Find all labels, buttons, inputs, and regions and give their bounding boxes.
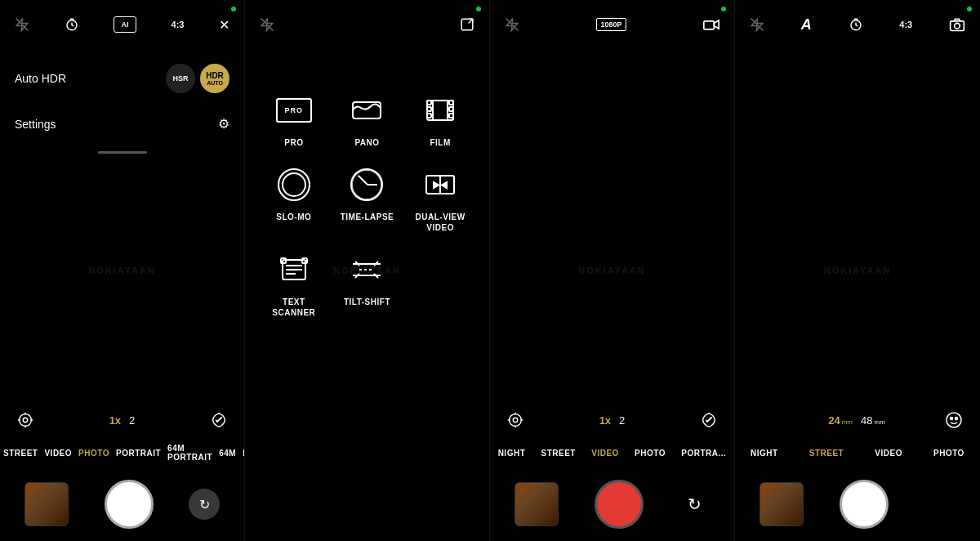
more-item-textscanner[interactable]: TEXTSCANNER <box>261 249 327 318</box>
mode-street-4[interactable]: STREET <box>806 449 847 458</box>
mode-portrait[interactable]: PORTRAIT <box>113 449 164 458</box>
thumbnail-4[interactable] <box>760 482 804 526</box>
panel-more: PRO PRO PANO <box>245 0 490 541</box>
mode-photo-4[interactable]: PHOTO <box>930 449 968 458</box>
more-item-slomo[interactable]: SLO-MO <box>261 164 327 233</box>
mode-64m[interactable]: 64M <box>216 449 239 458</box>
more-item-dualview[interactable]: DUAL-VIEWVIDEO <box>408 164 473 233</box>
settings-icon[interactable]: ⚙ <box>218 116 229 132</box>
panel-street: A 4:3 NOKIAYAAN 24 mm <box>735 0 980 541</box>
svg-point-52 <box>956 418 958 420</box>
ratio-icon[interactable]: 4:3 <box>172 20 185 29</box>
shutter-btn-3[interactable] <box>595 480 644 529</box>
export-icon[interactable] <box>460 17 474 32</box>
pano-label: PANO <box>354 137 379 148</box>
shutter-btn-4[interactable] <box>840 480 889 529</box>
mode-street[interactable]: STREET <box>0 449 41 458</box>
svg-point-39 <box>510 414 522 427</box>
zoom-mm-24[interactable]: 24 <box>828 414 840 427</box>
rotate-icon-3[interactable]: ↻ <box>679 489 710 520</box>
svg-point-22 <box>352 170 381 199</box>
zoom-unit-mm-48: mm <box>874 418 884 426</box>
zoom-indicator-4: 24 mm 48 mm <box>828 414 885 427</box>
focal-icon-3[interactable] <box>506 411 524 429</box>
flash-icon-2[interactable] <box>260 17 274 32</box>
mode-video[interactable]: VIDEO <box>41 449 75 458</box>
mode-portrait-3[interactable]: PORTRA... <box>678 449 729 458</box>
more-item-pro[interactable]: PRO PRO <box>261 90 327 148</box>
ai-icon[interactable]: AI <box>114 16 136 33</box>
timer-icon-4[interactable] <box>849 17 863 32</box>
pro-label: PRO <box>284 137 303 148</box>
top-bar-2 <box>245 0 489 49</box>
cam-icon-3[interactable] <box>703 17 719 32</box>
ratio-icon-4[interactable]: 4:3 <box>899 20 912 29</box>
hd-badge-icon[interactable]: 1080P <box>596 18 626 31</box>
green-dot-1 <box>231 7 236 11</box>
svg-point-4 <box>23 418 28 423</box>
zoom-row-3: 1x 2 <box>490 402 734 438</box>
zoom-indicator-1: 1x 2 <box>109 414 136 427</box>
thumbnail-3[interactable] <box>514 482 559 526</box>
divider <box>98 151 147 154</box>
bottom-section-1: 1x 2 STREET VIDEO PHOTO PORTRAIT 64M POR… <box>0 402 244 541</box>
mode-night-4[interactable]: NIGHT <box>747 449 782 458</box>
green-dot-4 <box>967 7 972 11</box>
ois-icon-3[interactable] <box>700 411 718 429</box>
zoom-inactive-1[interactable]: 2 <box>129 414 135 427</box>
shutter-btn-1[interactable] <box>105 480 154 529</box>
mode-photo[interactable]: PHOTO <box>75 449 113 458</box>
mode-tabs-4: NIGHT STREET VIDEO PHOTO <box>735 438 980 467</box>
more-item-tiltshift[interactable]: TILT-SHIFT <box>335 249 400 318</box>
watermark-1: NOKIAYAAN <box>88 266 156 275</box>
bottom-section-3: 1x 2 NIGHT STREET VIDEO PHOTO PORTRA... … <box>490 402 734 541</box>
zoom-active-1[interactable]: 1x <box>109 414 121 427</box>
more-item-pano[interactable]: PANO <box>335 90 400 148</box>
cam-icon-4[interactable] <box>949 17 965 32</box>
panel-video: 1080P NOKIAYAAN 1x <box>490 0 735 541</box>
mode-video-3[interactable]: VIDEO <box>588 449 622 458</box>
hdr-badges: HSR HDR AUTO <box>166 64 229 93</box>
film-icon <box>420 90 461 131</box>
hsr-badge[interactable]: HSR <box>166 64 195 93</box>
mode-64m-portrait[interactable]: 64M PORTRAIT <box>164 444 216 462</box>
mode-video-4[interactable]: VIDEO <box>871 449 906 458</box>
thumbnail-1[interactable] <box>24 482 69 526</box>
ois-icon[interactable] <box>210 411 228 429</box>
svg-line-11 <box>469 19 473 23</box>
focal-icon[interactable] <box>16 411 34 429</box>
hdr-badge[interactable]: HDR AUTO <box>200 64 229 93</box>
svg-marker-25 <box>434 182 439 188</box>
film-label: FILM <box>430 137 450 148</box>
face-icon[interactable] <box>944 410 964 430</box>
zoom-active-3[interactable]: 1x <box>599 414 611 427</box>
pano-icon <box>346 90 387 131</box>
tiltshift-icon <box>346 249 387 290</box>
dualview-icon <box>420 164 461 205</box>
zoom-mm-48[interactable]: 48 <box>861 414 872 427</box>
flash-icon-4[interactable] <box>750 17 764 32</box>
zoom-indicator-3: 1x 2 <box>599 414 626 427</box>
flash-icon-3[interactable] <box>505 17 519 32</box>
rotate-icon-1[interactable]: ↻ <box>189 489 220 520</box>
zoom-inactive-3[interactable]: 2 <box>619 414 625 427</box>
mode-photo-3[interactable]: PHOTO <box>631 449 669 458</box>
mode-night-3[interactable]: NIGHT <box>495 449 529 458</box>
text-a-icon[interactable]: A <box>801 16 812 34</box>
mode-more[interactable]: MORE <box>239 449 244 458</box>
mode-street-3[interactable]: STREET <box>538 449 579 458</box>
top-bar-1: AI 4:3 ✕ <box>0 0 244 49</box>
tiltshift-label: TILT-SHIFT <box>344 297 390 307</box>
svg-point-49 <box>955 23 960 29</box>
more-item-timelapse[interactable]: TIME-LAPSE <box>335 164 400 233</box>
zoom-row-4: 24 mm 48 mm <box>735 402 980 438</box>
svg-rect-16 <box>427 114 431 118</box>
more-grid: PRO PRO PANO <box>245 65 489 342</box>
auto-hdr-row: Auto HDR HSR HDR AUTO <box>0 56 244 101</box>
timer-icon[interactable] <box>65 17 79 32</box>
more-item-film[interactable]: FILM <box>408 90 473 148</box>
green-dot-3 <box>721 7 726 11</box>
flash-icon[interactable] <box>15 17 29 32</box>
close-icon[interactable]: ✕ <box>219 17 229 33</box>
mode-tabs-3: NIGHT STREET VIDEO PHOTO PORTRA... <box>490 438 734 467</box>
